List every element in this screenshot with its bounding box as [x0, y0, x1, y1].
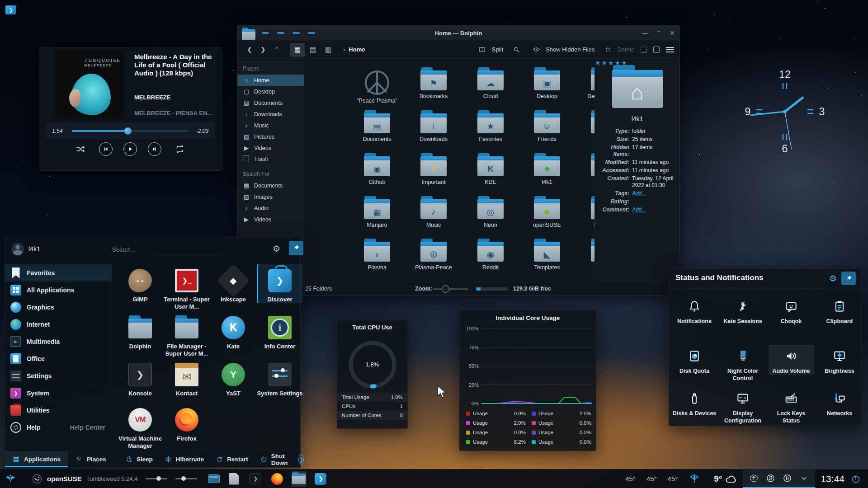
folder-item[interactable]: "Peace-Plasma"	[351, 70, 403, 104]
session-action-sleep[interactable]: Sleep	[125, 455, 153, 463]
analog-clock-widget[interactable]: 12369	[740, 66, 830, 157]
search-for-audio[interactable]: ♪Audio	[237, 202, 304, 214]
folder-item[interactable]: ▤Documents	[351, 113, 403, 142]
app-tile-file-manager-super-user-m-[interactable]: File Manager - Super User M...	[164, 311, 210, 358]
app-tile-gimp[interactable]: • •GIMP	[117, 264, 163, 303]
folder-item[interactable]: ▦Manjaro	[351, 199, 403, 228]
folder-item[interactable]: ♪Music	[407, 199, 460, 228]
folder-item[interactable]: ⚑Bookmarks	[407, 70, 460, 99]
delete-button[interactable]: Delete	[601, 43, 634, 56]
folder-item[interactable]: !Important	[407, 156, 460, 185]
app-tile-inkscape[interactable]: ◆Inkscape	[210, 264, 256, 303]
status-item-notifications[interactable]: Notifications	[672, 295, 717, 325]
updates-tray-icon[interactable]	[749, 474, 759, 484]
sidebar-item-multimedia[interactable]: Multimedia	[5, 333, 112, 350]
status-item-display-configuration[interactable]: Display Configuration	[720, 387, 765, 424]
sidebar-item-office[interactable]: Office	[5, 350, 112, 367]
icons-view-button[interactable]: ▦	[290, 43, 305, 56]
status-item-clipboard[interactable]: Clipboard	[817, 295, 862, 325]
breadcrumb[interactable]: Home	[349, 46, 365, 53]
sidebar-item-utilities[interactable]: Utilities	[5, 402, 112, 419]
invert-selection-icon[interactable]	[653, 47, 660, 53]
previous-button[interactable]	[99, 142, 113, 156]
pin-button[interactable]	[289, 241, 303, 255]
folder-item[interactable]: ⚒Development	[578, 70, 594, 99]
folder-item[interactable]: KKDE	[464, 156, 517, 185]
select-all-icon[interactable]	[641, 47, 647, 53]
search-for-documents[interactable]: ▤Documents	[237, 180, 304, 191]
folder-item[interactable]: ◔Games	[578, 113, 594, 142]
details-view-button[interactable]: ▥	[321, 43, 336, 56]
status-item-brightness[interactable]: Brightness	[817, 345, 862, 375]
search-input[interactable]	[111, 244, 260, 255]
task-kate[interactable]	[226, 471, 241, 487]
footer-tab-applications[interactable]: Applications	[5, 451, 68, 467]
maximize-button[interactable]: ⌃	[656, 29, 662, 37]
zoom-slider[interactable]	[433, 288, 469, 290]
search-for-images[interactable]: ▧Images	[237, 191, 304, 202]
sidebar-item-help[interactable]: HelpHelp Center	[5, 419, 112, 436]
seek-knob[interactable]	[124, 127, 132, 135]
seek-slider[interactable]	[72, 130, 189, 132]
folder-item[interactable]: ✉Mail	[578, 156, 594, 185]
folder-item[interactable]: ☻openSUSE	[521, 199, 573, 228]
peek-desktop-icon[interactable]	[851, 474, 861, 484]
app-tile-dolphin[interactable]: Dolphin	[117, 311, 163, 350]
mic-slider[interactable]	[175, 478, 197, 479]
status-item-choqok[interactable]: Choqok	[769, 295, 814, 325]
folder-item[interactable]: ◎Neon	[464, 199, 517, 228]
sidebar-item-internet[interactable]: Internet	[5, 316, 112, 333]
tray-expander-chevron[interactable]	[799, 474, 809, 484]
place-trash[interactable]: Trash	[237, 154, 304, 164]
folder-item[interactable]: ▧Pictures	[578, 199, 594, 228]
app-tile-kate[interactable]: 𝐊Kate	[210, 311, 256, 350]
folder-item[interactable]: ☺Friends	[521, 113, 573, 142]
place-home[interactable]: ⌂Home	[237, 75, 304, 86]
status-item-disks-devices[interactable]: Disks & Devices	[672, 387, 717, 418]
sidebar-item-system[interactable]: System	[5, 385, 112, 402]
app-tile-yast[interactable]: YYaST	[210, 358, 256, 397]
close-button[interactable]: ✕	[670, 29, 675, 37]
folder-item[interactable]: ◉Reddit	[464, 242, 517, 271]
app-tile-system-settings[interactable]: System Settings	[257, 358, 303, 397]
folder-item[interactable]: ☁Cloud	[464, 70, 517, 99]
status-item-disk-quota[interactable]: Disk Quota	[672, 345, 717, 375]
shuffle-button[interactable]	[73, 142, 88, 156]
minimize-button[interactable]: —	[642, 29, 648, 37]
task-discover[interactable]: ❯	[313, 471, 328, 487]
sidebar-item-all-applications[interactable]: All Applications	[5, 282, 112, 299]
session-action-hibernate[interactable]: Hibernate	[165, 455, 204, 463]
desktop-icon[interactable]: ❯	[5, 5, 16, 14]
configure-icon[interactable]: ⚙	[273, 244, 280, 254]
place-downloads[interactable]: ↓Downloads	[237, 108, 304, 120]
back-button[interactable]: ❮	[243, 43, 256, 56]
search-for-videos[interactable]: ▶Videos	[237, 214, 304, 225]
sidebar-item-favorites[interactable]: Favorites	[5, 264, 112, 282]
task-konsole[interactable]: ❯	[248, 471, 263, 487]
folder-item[interactable]: ◉Github	[351, 156, 403, 185]
place-pictures[interactable]: ▧Pictures	[237, 131, 304, 142]
info-field-value[interactable]: Add...	[632, 206, 646, 213]
folder-item[interactable]: ▶Videos	[578, 242, 594, 271]
status-item-night-color-control[interactable]: Night Color Control	[720, 345, 765, 382]
dolphin-titlebar[interactable]: Home — Dolphin — ⌃ ✕	[237, 25, 679, 41]
application-launcher-button[interactable]	[4, 472, 17, 486]
window-preview[interactable]	[208, 474, 220, 483]
app-tile-info-center[interactable]: Info Center	[257, 311, 303, 350]
app-tile-terminal-super-user-m-[interactable]: ❯_Terminal - Super User M...	[164, 264, 210, 311]
place-documents[interactable]: ▤Documents	[237, 97, 304, 108]
task-firefox[interactable]	[269, 471, 285, 487]
volume-slider[interactable]	[146, 478, 167, 479]
weather-cloud-icon[interactable]	[725, 474, 738, 484]
session-action-shut-down[interactable]: Shut Down	[260, 453, 288, 466]
app-tile-discover[interactable]: ❯Discover	[257, 264, 303, 303]
status-item-lock-keys-status[interactable]: Lock Keys Status	[769, 387, 814, 424]
sidebar-item-graphics[interactable]: Graphics	[5, 299, 112, 316]
app-tile-firefox[interactable]: Firefox	[164, 404, 210, 442]
app-tile-virtual-machine-manager[interactable]: VMVirtual Machine Manager	[117, 404, 163, 450]
place-music[interactable]: ♪Music	[237, 120, 304, 131]
dragonfly-tray-icon[interactable]	[689, 473, 700, 485]
digital-clock[interactable]: 13:44	[821, 474, 844, 484]
folder-item[interactable]: ›Plasma	[351, 242, 403, 271]
repeat-button[interactable]	[172, 142, 188, 156]
